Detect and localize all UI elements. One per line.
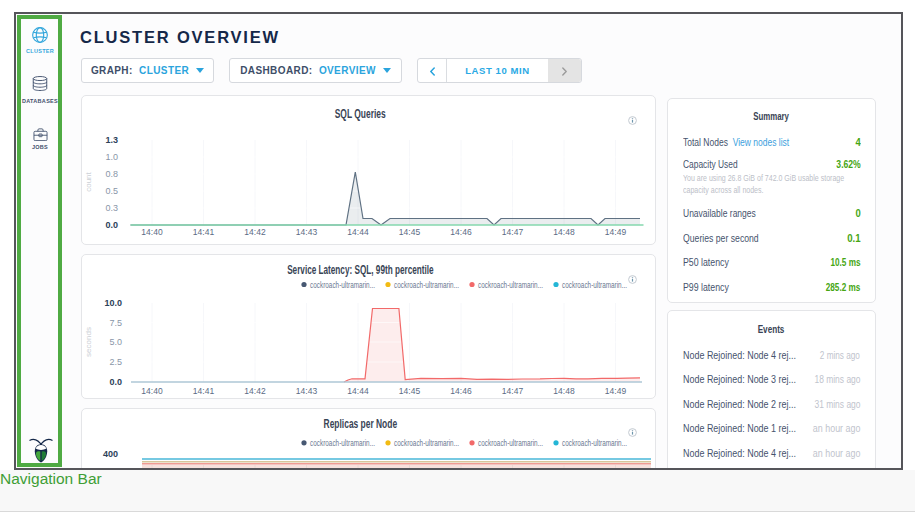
svg-text:14:45: 14:45 [399,386,421,396]
svg-text:14:43: 14:43 [296,386,318,396]
svg-text:1.0: 1.0 [105,152,118,162]
svg-text:14:49: 14:49 [605,386,627,396]
svg-text:14:48: 14:48 [553,227,575,237]
svg-text:cockroach-ultramarin...: cockroach-ultramarin... [478,280,543,290]
svg-text:14:40: 14:40 [141,386,163,396]
svg-text:0.8: 0.8 [105,169,118,179]
svg-text:5.0: 5.0 [109,337,122,347]
svg-text:cockroach-ultramarin...: cockroach-ultramarin... [310,280,375,290]
svg-text:0.0: 0.0 [109,377,122,387]
svg-text:14:46: 14:46 [450,386,472,396]
svg-text:0.0: 0.0 [105,220,118,230]
svg-text:cockroach-ultramarin...: cockroach-ultramarin... [310,438,375,448]
svg-text:0.5: 0.5 [105,186,118,196]
svg-text:0.3: 0.3 [105,203,118,213]
svg-text:14:49: 14:49 [605,227,627,237]
svg-text:14:44: 14:44 [347,386,369,396]
svg-text:14:41: 14:41 [193,386,215,396]
svg-text:14:47: 14:47 [502,227,524,237]
svg-text:cockroach-ultramarin...: cockroach-ultramarin... [562,438,627,448]
svg-text:cockroach-ultramarin...: cockroach-ultramarin... [562,280,627,290]
svg-text:2.5: 2.5 [109,357,122,367]
svg-text:1.3: 1.3 [105,135,118,145]
svg-text:10.0: 10.0 [104,298,122,308]
svg-text:14:47: 14:47 [502,386,524,396]
svg-text:14:43: 14:43 [296,227,318,237]
svg-text:7.5: 7.5 [109,318,122,328]
svg-text:14:42: 14:42 [244,227,266,237]
svg-text:cockroach-ultramarin...: cockroach-ultramarin... [478,438,543,448]
svg-text:400: 400 [103,449,118,459]
svg-text:cockroach-ultramarin...: cockroach-ultramarin... [394,280,459,290]
svg-text:cockroach-ultramarin...: cockroach-ultramarin... [394,438,459,448]
svg-text:14:44: 14:44 [347,227,369,237]
svg-text:14:42: 14:42 [244,386,266,396]
svg-text:14:40: 14:40 [141,227,163,237]
svg-text:count: count [84,171,93,191]
svg-text:14:41: 14:41 [193,227,215,237]
svg-text:14:48: 14:48 [553,386,575,396]
svg-text:14:46: 14:46 [450,227,472,237]
svg-text:seconds: seconds [84,327,93,357]
svg-text:14:45: 14:45 [399,227,421,237]
